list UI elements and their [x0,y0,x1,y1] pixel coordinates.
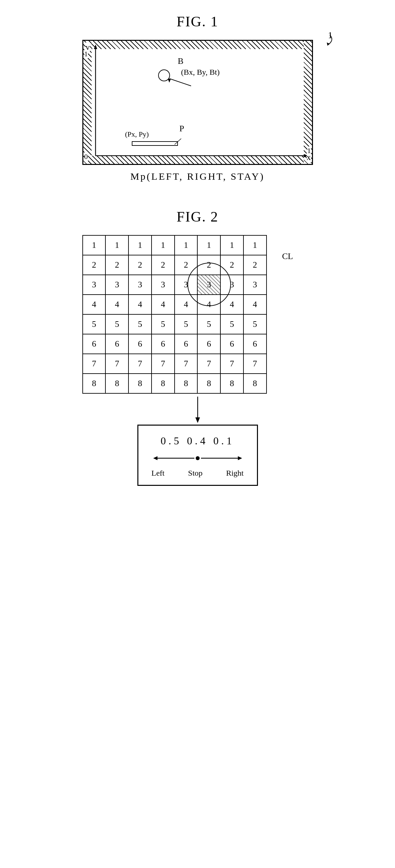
svg-marker-12 [153,456,158,460]
fig2-title: FIG. 2 [176,208,219,225]
cell-4-7: 4 [220,294,244,314]
cell-5-5: 5 [175,314,198,334]
cl-label: CL [282,251,293,261]
cell-8-6: 8 [197,374,220,393]
prob-values: 0.5 0.4 0.1 [161,435,234,447]
cell-8-3: 8 [129,374,151,393]
cell-7-2: 7 [106,354,129,374]
cell-7-1: 7 [83,354,106,374]
cell-4-3: 4 [129,294,151,314]
cell-1-3: 1 [129,235,151,255]
left-label: Left [151,469,165,477]
svg-point-13 [196,456,200,460]
cell-4-2: 4 [106,294,129,314]
cell-7-7: 7 [220,354,244,374]
cell-1-2: 1 [106,235,129,255]
fig1-ref-number: 1 [328,30,333,40]
paddle-coords: (Px, Py) [125,130,149,138]
ball-coords: (Bx, By, Bt) [181,68,220,77]
cell-4-6: 4 [197,294,220,314]
right-label: Right [226,469,244,477]
cell-8-2: 8 [106,374,129,393]
table-row: 1 1 1 1 1 1 1 1 [83,235,266,255]
cell-2-1: 2 [83,255,106,275]
table-row: 2 2 2 2 2 2 2 2 [83,255,266,275]
cell-8-4: 8 [151,374,175,393]
fig2-section: FIG. 2 1 1 1 1 1 1 1 1 [20,208,375,486]
prob-labels: Left Stop Right [151,469,244,477]
cell-8-8: 8 [244,374,266,393]
table-row: 5 5 5 5 5 5 5 5 [83,314,266,334]
cell-5-4: 5 [151,314,175,334]
ball-b [158,69,170,81]
cell-1-6: 1 [197,235,220,255]
cell-3-8: 3 [244,275,266,294]
cell-8-7: 8 [220,374,244,393]
cell-1-7: 1 [220,235,244,255]
cell-6-1: 6 [83,334,106,354]
cell-2-8: 2 [244,255,266,275]
fig1-section: FIG. 1 1 [20,13,375,182]
cell-5-7: 5 [220,314,244,334]
prob-box: 0.5 0.4 0.1 [137,425,258,486]
cell-3-7: 3 [220,275,244,294]
cell-1-5: 1 [175,235,198,255]
cell-2-4: 2 [151,255,175,275]
cell-6-4: 6 [151,334,175,354]
svg-marker-10 [195,417,200,423]
table-row: 6 6 6 6 6 6 6 6 [83,334,266,354]
cell-4-1: 4 [83,294,106,314]
arrow-prob-area: 0.5 0.4 0.1 [82,395,313,486]
cell-4-8: 4 [244,294,266,314]
down-arrow-svg [181,395,214,425]
cell-7-6: 7 [197,354,220,374]
svg-marker-0 [327,42,330,46]
cell-5-6: 5 [197,314,220,334]
paddle-label: P [179,124,184,134]
cell-3-4: 3 [151,275,175,294]
table-row: 8 8 8 8 8 8 8 8 [83,374,266,393]
svg-marker-15 [238,456,242,460]
grid-container: 1 1 1 1 1 1 1 1 2 2 2 2 [82,235,267,394]
ball-label: B [178,56,184,66]
cell-6-7: 6 [220,334,244,354]
cell-6-6: 6 [197,334,220,354]
inner-area [92,49,304,156]
fig2-wrapper: 1 1 1 1 1 1 1 1 2 2 2 2 [82,235,313,486]
cell-5-3: 5 [129,314,151,334]
cell-1-4: 1 [151,235,175,255]
paddle-p [132,141,178,146]
cell-6-2: 6 [106,334,129,354]
cell-5-8: 5 [244,314,266,334]
cell-7-8: 7 [244,354,266,374]
cell-2-2: 2 [106,255,129,275]
cell-3-5: 3 [175,275,198,294]
cell-3-2: 3 [106,275,129,294]
cell-7-3: 7 [129,354,151,374]
cell-6-8: 6 [244,334,266,354]
one-bottom: 1 [307,147,311,155]
fig1-caption: Mp(LEFT, RIGHT, STAY) [131,171,265,182]
cell-1-1: 1 [83,235,106,255]
cell-8-5: 8 [175,374,198,393]
cell-2-7: 2 [220,255,244,275]
stop-label: Stop [188,469,203,477]
cell-5-1: 5 [83,314,106,334]
cell-7-4: 7 [151,354,175,374]
cell-4-4: 4 [151,294,175,314]
origin-label: 0 [84,152,88,161]
cell-7-5: 7 [175,354,198,374]
cell-1-8: 1 [244,235,266,255]
cell-4-5: 4 [175,294,198,314]
cell-6-5: 6 [175,334,198,354]
one-left: 1 [84,50,88,58]
cell-8-1: 8 [83,374,106,393]
cell-3-3: 3 [129,275,151,294]
cell-2-6: 2 [197,255,220,275]
cell-3-1: 3 [83,275,106,294]
table-row: 7 7 7 7 7 7 7 7 [83,354,266,374]
table-row: 4 4 4 4 4 4 4 4 [83,294,266,314]
prob-direction-arrows-svg [151,452,244,464]
prob-arrow-row [151,452,244,464]
fig1-diagram: B (Bx, By, Bt) (Px, Py) P y x 0 1 1 [82,40,313,165]
